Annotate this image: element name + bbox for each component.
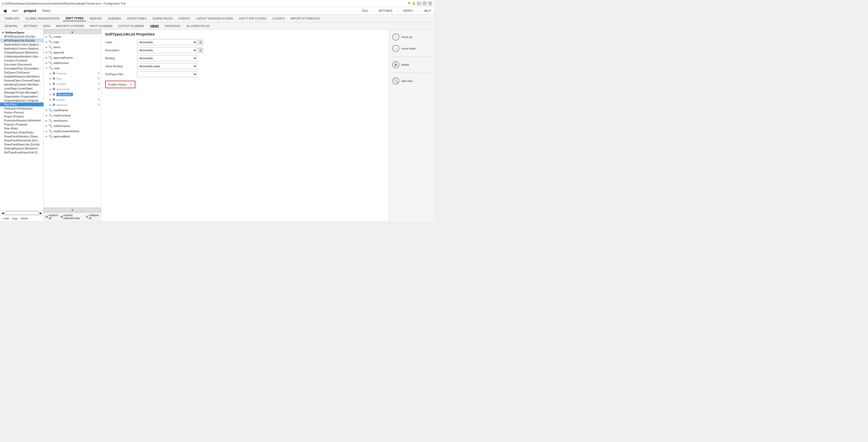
middle-tree-item-19[interactable]: ▶🔍approvalMulti bbox=[44, 134, 101, 139]
middle-tree-item-9[interactable]: ▶⚙Content↻ bbox=[44, 81, 101, 86]
sidebar-item-5[interactable]: CollaborativeWorkItem (WorkItem) bbox=[0, 55, 43, 58]
sidebar-item-1[interactable]: AP242ImportJob (DxJob) bbox=[0, 38, 43, 42]
minimize-button[interactable]: — bbox=[417, 1, 421, 5]
sidebar-item-8[interactable]: DxInstalledTask (DxInstalledTask) bbox=[0, 66, 43, 70]
header-tab-import_attributes[interactable]: IMPORT ATTRIBUTES bbox=[288, 16, 322, 21]
sidebar-item-6[interactable]: Contract (Contract) bbox=[0, 58, 43, 62]
sidebar-item-23[interactable]: Role (Role) bbox=[0, 126, 43, 130]
restore-button[interactable]: ☐ bbox=[423, 1, 427, 5]
middle-tree-item-4[interactable]: ▶🔍approvalPartner bbox=[44, 55, 101, 60]
sidebar-item-3[interactable]: ApplicationContext (ApplicationC bbox=[0, 47, 43, 51]
middle-tree-item-14[interactable]: ▶🔍readShared bbox=[44, 108, 101, 113]
prop-select-0[interactable]: documents bbox=[137, 39, 197, 45]
add-button[interactable]: + add bbox=[2, 217, 9, 220]
sidebar-item-17[interactable]: Part (Part) bbox=[0, 102, 43, 107]
move-down-button[interactable]: ↓ move down bbox=[392, 44, 432, 53]
sidebar-item-2[interactable]: ApplicabilityContext (Applicability bbox=[0, 42, 43, 47]
help-menu[interactable]: HELP bbox=[424, 9, 431, 12]
verify-menu[interactable]: VERIFY bbox=[403, 9, 413, 12]
scroll-down-button[interactable]: ▼ bbox=[44, 208, 101, 212]
middle-tree-item-11[interactable]: ▶⚙documents bbox=[44, 92, 101, 97]
middle-tree-item-10[interactable]: ▶⚙documents↻ bbox=[44, 86, 101, 92]
header-tab-global_presentation[interactable]: GLOBAL PRESENTATION bbox=[23, 16, 62, 21]
expand-selected-button[interactable]: ⊞ expand selected view bbox=[60, 214, 84, 219]
header-tab-softtype_filters[interactable]: SOFTTYPE FILTERS bbox=[237, 16, 269, 21]
header-tab-indexes[interactable]: INDEXES bbox=[87, 16, 105, 21]
sidebar-item-11[interactable]: GeneralClass (GeneralClass) bbox=[0, 79, 43, 83]
middle-tree-item-13[interactable]: ▶⚙Approval↻ bbox=[44, 102, 101, 108]
sub-tab-general[interactable]: GENERAL bbox=[2, 24, 20, 28]
refresh-icon[interactable]: ↻ bbox=[98, 98, 100, 101]
scroll-right-icon[interactable]: ▶ bbox=[40, 211, 42, 215]
sub-tab-input_schemas[interactable]: INPUT SCHEMAS bbox=[87, 24, 115, 28]
sidebar-item-28[interactable]: SharingRequest (WorkItem) bbox=[0, 146, 43, 150]
middle-tree-item-15[interactable]: ▶🔍readUnshared bbox=[44, 113, 101, 118]
copy-button[interactable]: copy bbox=[12, 217, 18, 220]
sidebar-item-15[interactable]: Organization (Organization) bbox=[0, 94, 43, 98]
prop-select-3[interactable]: documents.value bbox=[137, 63, 197, 69]
header-tab-share_packs[interactable]: SHARE PACKS bbox=[150, 16, 175, 21]
collapse-all-button[interactable]: ⊟ collapse all bbox=[86, 214, 99, 219]
scroll-left-icon[interactable]: ◀ bbox=[1, 211, 4, 215]
sidebar-item-19[interactable]: Person (Person) bbox=[0, 111, 43, 114]
refresh-icon[interactable]: ↻ bbox=[98, 82, 100, 85]
header-tab-queries[interactable]: QUERIES bbox=[105, 16, 123, 21]
sub-tab-data[interactable]: DATA bbox=[41, 24, 53, 28]
middle-tree-item-1[interactable]: ▶🔍copy bbox=[44, 39, 101, 45]
header-tab-structures[interactable]: STRUCTURES bbox=[124, 16, 149, 21]
close-button[interactable]: ✕ bbox=[428, 1, 432, 5]
middle-tree-item-8[interactable]: ▶⚙Part↻ bbox=[44, 76, 101, 81]
sidebar-item-4[interactable]: ChangeRequest (WorkItem) bbox=[0, 51, 43, 55]
header-tab-latest_version_filters[interactable]: LATEST VERSION FILTERS bbox=[194, 16, 236, 21]
sidebar-item-18[interactable]: Participant (Participant) bbox=[0, 107, 43, 111]
sidebar-item-7[interactable]: Document (Document) bbox=[0, 62, 43, 66]
sub-tab-views[interactable]: VIEWS bbox=[148, 24, 161, 28]
delete-button[interactable]: 🗑 delete bbox=[392, 60, 432, 69]
refresh-icon[interactable]: ↻ bbox=[98, 87, 100, 91]
middle-tree-item-17[interactable]: ▶🔍readCompare bbox=[44, 123, 101, 128]
sidebar-item-26[interactable]: SharePackRevokeJob (DxJob) bbox=[0, 139, 43, 142]
back-button[interactable]: ◀ bbox=[3, 8, 6, 13]
enable-history-checkbox[interactable]: ✓ bbox=[129, 83, 132, 86]
delete-button[interactable]: delete bbox=[21, 217, 28, 220]
sidebar-item-14[interactable]: MessageThread (MessageThread) bbox=[0, 90, 43, 94]
sub-tab-allowed_roles[interactable]: ALLOWED ROLES bbox=[184, 24, 212, 28]
sub-tab-maturity_systems[interactable]: MATURITY SYSTEMS bbox=[54, 24, 86, 28]
sidebar-item-20[interactable]: Project (Project) bbox=[0, 114, 43, 118]
prop-plus-0[interactable]: + bbox=[198, 40, 203, 45]
sub-tab-output_schemas[interactable]: OUTPUT SCHEMAS bbox=[116, 24, 146, 28]
topnav-project[interactable]: project bbox=[23, 7, 37, 14]
sidebar-item-0[interactable]: AP242ExportJob (DxJob) bbox=[0, 34, 43, 38]
expand-all-button[interactable]: ⊞ expand all bbox=[46, 214, 58, 219]
tree-collapse-icon[interactable]: ▼ bbox=[1, 31, 4, 34]
refresh-icon[interactable]: ↻ bbox=[98, 103, 100, 107]
header-tab-clients[interactable]: CLIENTS bbox=[270, 16, 287, 21]
topnav-library[interactable]: library bbox=[42, 8, 51, 13]
middle-tree-item-18[interactable]: ▶🔍readCompareShared bbox=[44, 128, 101, 134]
header-tab-template[interactable]: TEMPLATE bbox=[2, 16, 22, 21]
sub-tab-instances[interactable]: INSTANCES bbox=[162, 24, 183, 28]
middle-tree-item-6[interactable]: ▼🔍read bbox=[44, 65, 101, 71]
prop-plus-1[interactable]: + bbox=[198, 48, 203, 53]
sub-tab-settings[interactable]: SETTINGS bbox=[21, 24, 40, 28]
middle-tree-item-12[interactable]: ▶⚙private↻ bbox=[44, 97, 101, 102]
sidebar-item-10[interactable]: EstablishRequest (WorkItem) bbox=[0, 75, 43, 79]
topnav-start[interactable]: start bbox=[11, 8, 18, 13]
middle-tree-item-16[interactable]: ▶🔍newVersion bbox=[44, 118, 101, 123]
sidebar-item-27[interactable]: SharePackShareJob (DxJob) bbox=[0, 142, 43, 146]
sidebar-item-12[interactable]: IdentifyingContext (IdentifyingCo bbox=[0, 83, 43, 86]
sidebar-item-16[interactable]: OriginatingSystem (OriginatingSys bbox=[0, 98, 43, 102]
file-menu[interactable]: FILE bbox=[362, 9, 368, 12]
sidebar-item-9[interactable]: DxQueue (DxQueue) bbox=[0, 70, 43, 75]
sidebar-scroll-input[interactable] bbox=[5, 211, 39, 215]
middle-tree-item-2[interactable]: ▶🔍dress bbox=[44, 45, 101, 50]
header-tab-events[interactable]: EVENTS bbox=[176, 16, 193, 21]
add-view-button[interactable]: 🔍 add view bbox=[392, 77, 432, 85]
sidebar-item-29[interactable]: SoftTypeExcelImportJob (DxJob) bbox=[0, 150, 43, 154]
sidebar-item-13[interactable]: LevelState (LevelState) bbox=[0, 86, 43, 90]
scroll-up-button[interactable]: ▲ bbox=[44, 29, 101, 34]
middle-tree-item-0[interactable]: ▶🔍create bbox=[44, 34, 101, 39]
sidebar-item-25[interactable]: SharePackDefinition (SharePackDe bbox=[0, 135, 43, 139]
middle-tree-item-5[interactable]: ▶🔍editStructure bbox=[44, 60, 101, 65]
header-tab-soft_types[interactable]: SOFT TYPES bbox=[63, 16, 86, 21]
